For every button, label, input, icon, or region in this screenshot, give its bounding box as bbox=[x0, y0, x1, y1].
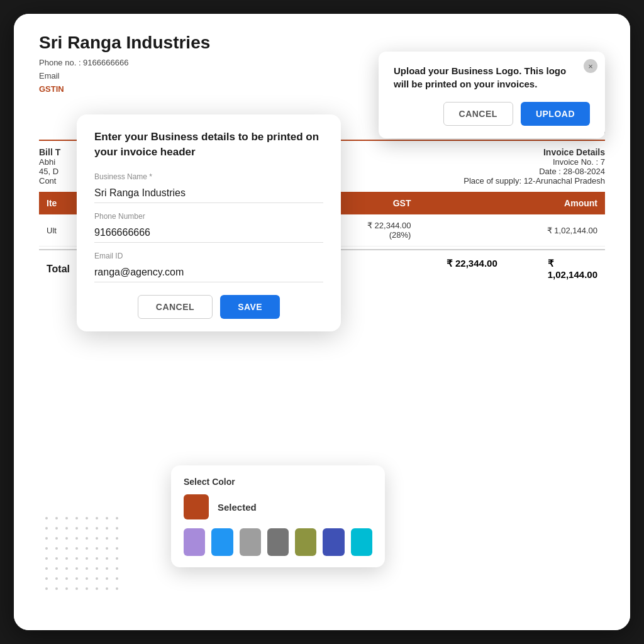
total-gst: ₹ 22,344.00 bbox=[447, 258, 497, 280]
selected-color-swatch bbox=[184, 494, 209, 519]
bill-to-address: 45, D bbox=[39, 167, 58, 176]
bill-to-contact: Cont bbox=[39, 176, 56, 186]
company-info: Sri Ranga Industries Phone no. : 9166666… bbox=[39, 33, 210, 96]
upload-dialog-actions: CANCEL UPLOAD bbox=[394, 102, 590, 126]
phone-group: Phone Number bbox=[94, 212, 323, 243]
bill-to-name: Abhi bbox=[39, 157, 55, 167]
invoice-no: Invoice No. : 7 bbox=[553, 157, 605, 167]
business-name-label: Business Name * bbox=[94, 172, 323, 181]
total-values: ₹ 22,344.00 ₹1,02,144.00 bbox=[447, 258, 597, 280]
business-dialog-actions: CANCEL SAVE bbox=[94, 295, 323, 319]
company-phone: Phone no. : 9166666666 bbox=[39, 57, 210, 70]
color-swatch-1[interactable] bbox=[211, 528, 233, 556]
close-icon: × bbox=[588, 62, 593, 71]
total-label: Total bbox=[47, 264, 70, 275]
email-label: Email ID bbox=[94, 252, 323, 260]
upload-dialog-close-button[interactable]: × bbox=[584, 59, 597, 73]
company-name: Sri Ranga Industries bbox=[39, 33, 210, 53]
business-cancel-button[interactable]: CANCEL bbox=[138, 295, 213, 319]
company-email: Email bbox=[39, 70, 210, 83]
bill-to-label: Bill T bbox=[39, 147, 60, 157]
color-swatch-3[interactable] bbox=[267, 528, 289, 556]
phone-input[interactable] bbox=[94, 223, 323, 243]
selected-color-label: Selected bbox=[218, 502, 257, 513]
color-swatch-6[interactable] bbox=[351, 528, 372, 556]
email-input[interactable] bbox=[94, 263, 323, 282]
invoice-details: Invoice Details Invoice No. : 7 Date : 2… bbox=[464, 147, 605, 186]
color-swatch-4[interactable] bbox=[295, 528, 316, 556]
company-gstin: GSTIN bbox=[39, 83, 210, 96]
business-details-dialog: Enter your Business details to be printe… bbox=[77, 114, 341, 331]
business-save-button[interactable]: SAVE bbox=[220, 295, 280, 319]
upload-button[interactable]: UPLOAD bbox=[521, 102, 590, 126]
color-options bbox=[184, 528, 372, 556]
upload-dialog-title: Upload your Business Logo. This logo wil… bbox=[394, 64, 590, 91]
upload-cancel-button[interactable]: CANCEL bbox=[443, 102, 513, 126]
total-amount: ₹1,02,144.00 bbox=[548, 258, 597, 280]
business-name-input[interactable] bbox=[94, 184, 323, 203]
color-swatch-2[interactable] bbox=[240, 528, 261, 556]
place-of-supply: Place of supply: 12-Arunachal Pradesh bbox=[464, 176, 605, 186]
dots-pattern: // Will render dots inline bbox=[45, 517, 121, 592]
phone-label: Phone Number bbox=[94, 212, 323, 221]
color-swatch-5[interactable] bbox=[323, 528, 344, 556]
bill-to: Bill T Abhi 45, D Cont bbox=[39, 147, 60, 186]
business-dialog-title: Enter your Business details to be printe… bbox=[94, 130, 323, 160]
invoice-details-label: Invoice Details bbox=[543, 147, 605, 157]
selected-color-row: Selected bbox=[184, 494, 372, 519]
company-details: Phone no. : 9166666666 Email GSTIN bbox=[39, 57, 210, 96]
screen: Sri Ranga Industries Phone no. : 9166666… bbox=[14, 14, 630, 630]
color-picker-dialog: Select Color Selected bbox=[171, 465, 385, 567]
color-picker-title: Select Color bbox=[184, 477, 372, 487]
upload-logo-dialog: × Upload your Business Logo. This logo w… bbox=[379, 52, 605, 138]
business-name-group: Business Name * bbox=[94, 172, 323, 203]
invoice-date: Date : 28-08-2024 bbox=[539, 167, 605, 176]
item-amount: ₹ 1,02,144.00 bbox=[418, 214, 605, 247]
col-amount: Amount bbox=[418, 192, 605, 214]
color-swatch-0[interactable] bbox=[184, 528, 205, 556]
email-group: Email ID bbox=[94, 252, 323, 282]
